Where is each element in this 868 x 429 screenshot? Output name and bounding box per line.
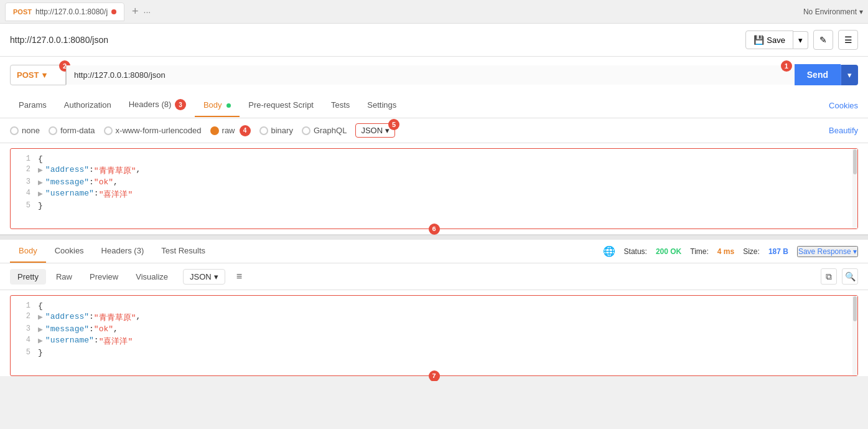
method-label: POST <box>17 70 39 80</box>
body-options: none form-data x-www-form-urlencoded raw… <box>0 118 868 143</box>
headers-badge: 3 <box>175 99 186 110</box>
save-icon: 💾 <box>754 35 764 45</box>
response-json-label: JSON <box>190 272 212 281</box>
body-raw-label: raw <box>222 126 235 135</box>
size-value: 187 B <box>768 247 788 256</box>
response-tab-body-label: Body <box>19 246 37 255</box>
resp-scrollbar-track[interactable] <box>852 296 857 375</box>
edit-icon: ✎ <box>819 35 827 45</box>
active-tab[interactable]: POST http://127.0.0.1:8080/j <box>5 2 124 21</box>
request-section: POST ▾ 2 http://127.0.0.1:8080/json 1 Se… <box>0 57 868 236</box>
search-button[interactable]: 🔍 <box>842 268 858 285</box>
radio-formdata <box>49 126 57 135</box>
cookies-link[interactable]: Cookies <box>829 101 858 110</box>
code-line-5: 5 } <box>11 200 857 211</box>
response-tabs-row: Body Cookies Headers (3) Test Results 🌐 … <box>0 240 868 263</box>
save-button[interactable]: 💾 Save <box>745 31 793 49</box>
response-section: Body Cookies Headers (3) Test Results 🌐 … <box>0 240 868 376</box>
url-input-wrapper: http://127.0.0.1:8080/json 1 <box>66 65 795 85</box>
tab-tests[interactable]: Tests <box>322 94 358 117</box>
method-button[interactable]: POST ▾ 2 <box>10 65 66 85</box>
resp-code-line-4: 4 ▶ "username" : "喜洋洋" <box>11 335 857 347</box>
tab-params[interactable]: Params <box>10 94 55 117</box>
filter-button[interactable]: ≡ <box>233 270 246 283</box>
send-dropdown-button[interactable]: ▾ <box>841 65 858 85</box>
resp-code-line-1: 1 { <box>11 301 857 311</box>
globe-icon: 🌐 <box>603 245 615 257</box>
body-none[interactable]: none <box>10 126 40 135</box>
resp-code-line-2: 2 ▶ "address" : "青青草原" , <box>11 311 857 324</box>
code-line-4: 4 ▶ "username" : "喜洋洋" <box>11 188 857 200</box>
more-tabs-button[interactable]: ··· <box>144 7 151 17</box>
comment-icon: ☰ <box>844 35 852 45</box>
response-json-dropdown[interactable]: JSON ▾ <box>183 269 225 285</box>
save-response-button[interactable]: Save Response ▾ <box>797 246 858 257</box>
environment-label: No Environment <box>803 7 857 16</box>
sub-tab-preview[interactable]: Preview <box>82 269 126 285</box>
time-label: Time: <box>690 247 709 256</box>
request-code-editor[interactable]: 1 { 2 ▶ "address" : "青青草原" , 3 ▶ "messag… <box>10 148 858 229</box>
scrollbar-thumb <box>853 149 857 174</box>
status-label: Status: <box>624 247 647 256</box>
url-input[interactable]: http://127.0.0.1:8080/json <box>66 65 795 85</box>
code-line-3: 3 ▶ "message" : "ok" , <box>11 177 857 188</box>
beautify-button[interactable]: Beautify <box>829 126 858 135</box>
size-label: Size: <box>743 247 760 256</box>
response-tab-cookies[interactable]: Cookies <box>46 240 93 263</box>
tab-settings[interactable]: Settings <box>358 94 405 117</box>
radio-urlencoded <box>104 126 113 135</box>
response-tab-headers-label: Headers (3) <box>101 246 144 255</box>
request-tabs-nav: Params Authorization Headers (8) 3 Body … <box>0 93 868 118</box>
tab-bar: POST http://127.0.0.1:8080/j + ··· No En… <box>0 0 868 24</box>
body-active-dot <box>226 103 231 108</box>
json-type-button[interactable]: JSON ▾ 5 <box>355 123 395 138</box>
copy-button[interactable]: ⧉ <box>821 268 837 285</box>
url-badge: 1 <box>781 60 792 72</box>
save-chevron-button[interactable]: ▾ <box>793 31 808 49</box>
tab-body[interactable]: Body <box>195 94 240 117</box>
tab-method: POST <box>13 8 32 16</box>
response-tab-test-results-label: Test Results <box>161 246 205 255</box>
environment-selector[interactable]: No Environment ▾ <box>803 7 863 16</box>
edit-button[interactable]: ✎ <box>813 30 833 50</box>
body-urlencoded[interactable]: x-www-form-urlencoded <box>104 126 202 135</box>
comment-button[interactable]: ☰ <box>838 30 858 50</box>
raw-badge: 4 <box>240 125 251 136</box>
response-tab-headers[interactable]: Headers (3) <box>93 240 153 263</box>
response-tab-cookies-label: Cookies <box>55 246 84 255</box>
chevron-down-icon: ▾ <box>859 7 863 16</box>
sub-tab-raw[interactable]: Raw <box>49 269 80 285</box>
url-display-bar: http://127.0.0.1:8080/json 💾 Save ▾ ✎ ☰ <box>0 24 868 57</box>
scrollbar-track[interactable] <box>852 149 857 229</box>
body-raw[interactable]: raw 4 <box>210 125 251 136</box>
resp-code-line-3: 3 ▶ "message" : "ok" , <box>11 324 857 335</box>
sub-tab-pretty[interactable]: Pretty <box>10 269 46 285</box>
response-code-editor[interactable]: 1 { 2 ▶ "address" : "青青草原" , 3 ▶ "messag… <box>10 295 858 376</box>
json-type-badge: 5 <box>388 119 399 130</box>
tab-authorization[interactable]: Authorization <box>55 94 120 117</box>
method-url-row: POST ▾ 2 http://127.0.0.1:8080/json 1 Se… <box>0 57 868 93</box>
save-response-chevron: ▾ <box>853 247 857 256</box>
response-tab-body[interactable]: Body <box>10 240 46 263</box>
add-tab-button[interactable]: + <box>127 5 144 18</box>
sub-tab-visualize[interactable]: Visualize <box>128 269 175 285</box>
body-formdata[interactable]: form-data <box>49 126 95 135</box>
send-button[interactable]: Send <box>795 64 841 85</box>
body-urlencoded-label: x-www-form-urlencoded <box>116 126 202 135</box>
tab-headers[interactable]: Headers (8) 3 <box>120 93 195 118</box>
response-json-chevron: ▾ <box>214 272 218 281</box>
method-chevron-icon: ▾ <box>42 70 47 80</box>
tab-prerequest[interactable]: Pre-request Script <box>240 94 322 117</box>
resp-code-line-5: 5 } <box>11 347 857 358</box>
radio-none <box>10 126 19 135</box>
url-bar-actions: 💾 Save ▾ ✎ ☰ <box>745 30 858 50</box>
send-button-group: Send ▾ <box>795 64 858 85</box>
save-response-label: Save Response <box>798 247 851 256</box>
tab-dot <box>111 9 116 14</box>
response-tab-test-results[interactable]: Test Results <box>152 240 214 263</box>
save-label: Save <box>767 35 785 45</box>
resp-scrollbar-thumb <box>853 296 857 321</box>
body-binary[interactable]: binary <box>259 126 293 135</box>
code-line-1: 1 { <box>11 154 857 164</box>
body-graphql[interactable]: GraphQL <box>302 126 347 135</box>
